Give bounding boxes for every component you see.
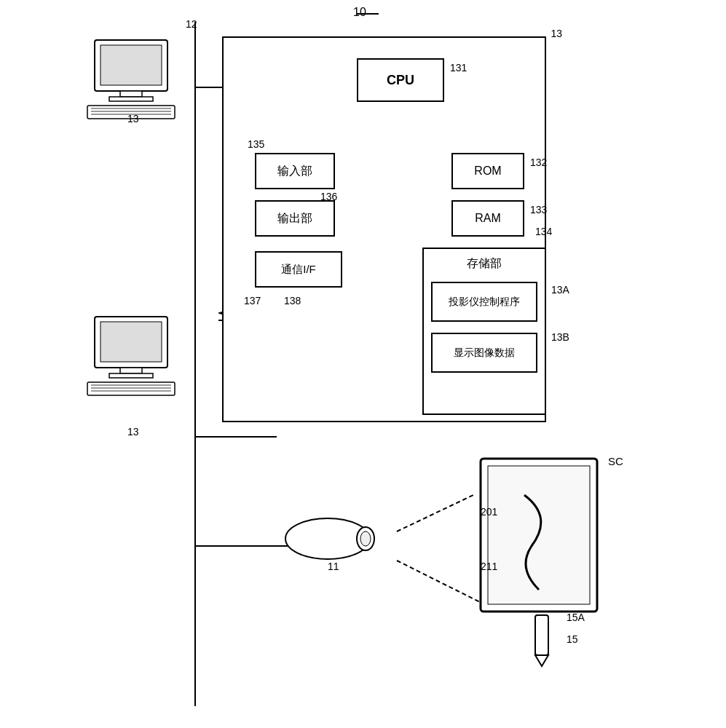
sc-label: SC (608, 455, 623, 467)
prog-ref: 13A (551, 284, 569, 296)
top-computer-ref: 13 (127, 113, 139, 124)
svg-rect-63 (535, 615, 548, 655)
main-box-label: 13 (551, 28, 562, 39)
svg-rect-54 (87, 382, 175, 395)
pointer-label-ref: 15A (567, 612, 585, 623)
svg-rect-51 (100, 322, 162, 362)
diagram-title: 10 (353, 6, 366, 19)
svg-rect-43 (100, 45, 162, 85)
svg-rect-52 (120, 368, 142, 373)
svg-rect-53 (109, 373, 153, 378)
rom-box: ROM (451, 153, 524, 189)
data-box: 显示图像数据 (431, 333, 537, 373)
ram-box: RAM (451, 200, 524, 237)
svg-marker-64 (535, 655, 548, 666)
storage-ref-134: 134 (535, 226, 552, 237)
svg-point-60 (360, 531, 371, 546)
data-ref: 13B (551, 331, 569, 343)
rom-ref: 132 (530, 157, 547, 168)
bottom-computer (80, 313, 182, 400)
output-ref: 136 (320, 191, 337, 202)
projector-ref: 11 (328, 561, 339, 572)
svg-line-37 (397, 495, 473, 531)
input-ref: 135 (248, 138, 264, 150)
output-box: 输出部 (255, 200, 335, 237)
top-computer (80, 36, 182, 124)
svg-rect-45 (109, 97, 153, 101)
input-box: 输入部 (255, 153, 335, 189)
diagram: 10 12 13 CPU 131 ROM 132 RAM 133 134 输入部… (0, 0, 726, 728)
comm-ref: 137 (244, 295, 261, 306)
projector (284, 510, 386, 568)
bus-ref: 138 (284, 295, 301, 306)
svg-rect-44 (120, 91, 142, 97)
storage-box: 存储部 投影仪控制程序 显示图像数据 (422, 248, 546, 415)
pointer-ref: 15 (567, 633, 578, 645)
program-box: 投影仪控制程序 (431, 282, 537, 322)
screen-area (466, 451, 612, 633)
cpu-box: CPU (357, 58, 444, 102)
storage-label: 存储部 (424, 256, 545, 272)
pointer (524, 612, 561, 670)
comm-box: 通信I/F (255, 251, 342, 288)
screen-ref: 201 (481, 506, 497, 518)
vertical-line-label: 12 (186, 18, 197, 30)
ram-ref: 133 (530, 204, 547, 215)
cpu-ref: 131 (450, 62, 467, 74)
bottom-computer-ref: 13 (127, 426, 139, 438)
screen-frame-ref: 211 (481, 561, 497, 572)
